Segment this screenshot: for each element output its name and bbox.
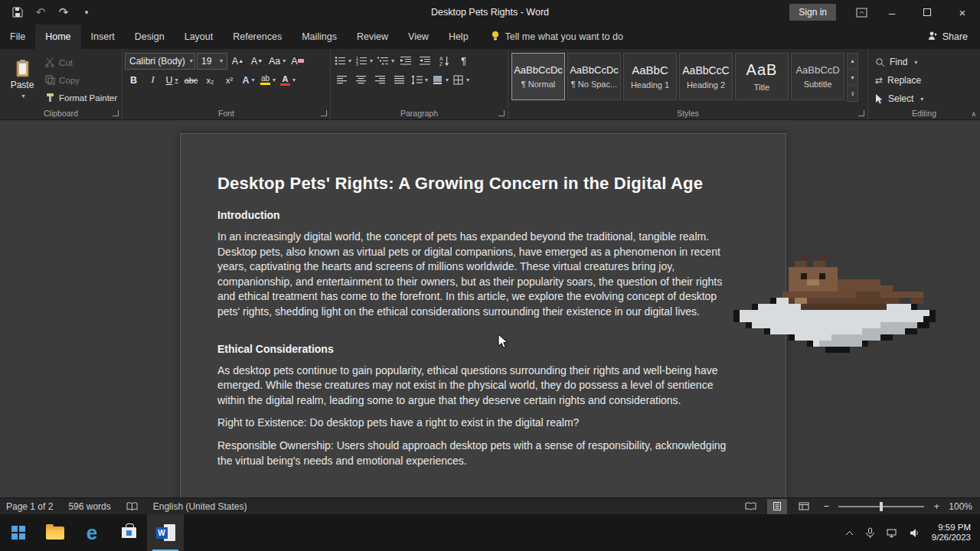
network-icon[interactable] <box>887 528 898 538</box>
change-case-button[interactable]: Aa <box>267 53 287 70</box>
zoom-slider-thumb[interactable] <box>880 502 883 511</box>
read-mode-icon[interactable] <box>740 499 760 514</box>
volume-icon[interactable] <box>910 528 920 538</box>
tab-references[interactable]: References <box>223 24 292 49</box>
grow-font-button[interactable]: A▲ <box>229 53 247 70</box>
format-painter-button[interactable]: Format Painter <box>45 90 117 106</box>
taskbar-store[interactable] <box>110 514 147 551</box>
tab-design[interactable]: Design <box>125 24 175 49</box>
word-icon: W <box>156 524 175 542</box>
text-effects-button[interactable]: A <box>240 72 257 89</box>
show-formatting-marks-button[interactable]: ¶ <box>455 53 472 70</box>
desktop-pet-cat[interactable] <box>733 255 936 353</box>
replace-button[interactable]: ⇄ Replace <box>875 72 973 89</box>
underline-button[interactable]: U <box>163 72 181 89</box>
document-page[interactable]: Desktop Pets' Rights: A Growing Concern … <box>180 133 786 497</box>
share-button[interactable]: Share <box>928 31 980 43</box>
microphone-icon[interactable] <box>865 527 875 539</box>
language-indicator[interactable]: English (United States) <box>153 501 247 512</box>
svg-text:3: 3 <box>356 62 358 66</box>
style-no-spacing[interactable]: AaBbCcDc ¶ No Spac... <box>567 53 621 100</box>
tab-layout[interactable]: Layout <box>175 24 224 49</box>
subscript-button[interactable]: x₂ <box>201 72 219 89</box>
undo-icon[interactable]: ↶ <box>31 2 51 22</box>
decrease-indent-icon[interactable] <box>397 53 415 70</box>
close-button[interactable]: × <box>945 0 980 24</box>
italic-button[interactable]: I <box>144 72 162 89</box>
cut-button[interactable]: Cut <box>45 54 117 70</box>
styles-gallery-more-icon[interactable]: ⊽ <box>847 86 858 102</box>
sort-icon[interactable]: AZ <box>436 53 453 70</box>
bullets-icon[interactable] <box>333 53 353 70</box>
font-family-combobox[interactable]: Calibri (Body) <box>125 53 195 70</box>
taskbar-file-explorer[interactable] <box>37 514 74 551</box>
superscript-button[interactable]: x² <box>220 72 238 89</box>
save-icon[interactable] <box>8 2 28 22</box>
hidden-icons-chevron-icon[interactable] <box>845 530 854 536</box>
align-left-icon[interactable] <box>333 72 351 89</box>
tab-help[interactable]: Help <box>439 24 479 49</box>
print-layout-icon[interactable] <box>767 499 787 514</box>
tab-insert[interactable]: Insert <box>81 24 125 49</box>
numbering-icon[interactable]: 123 <box>354 53 374 70</box>
style-normal[interactable]: AaBbCcDc ¶ Normal <box>511 53 565 100</box>
sign-in-button[interactable]: Sign in <box>789 4 836 21</box>
styles-scroll-down-icon[interactable]: ▼ <box>847 70 858 86</box>
align-right-icon[interactable] <box>371 72 389 89</box>
clipboard-group-label: Clipboard <box>0 109 122 118</box>
collapse-ribbon-icon[interactable]: ∧ <box>971 110 976 118</box>
zoom-in-button[interactable]: + <box>931 500 942 512</box>
find-button[interactable]: Find <box>875 54 973 70</box>
shading-icon[interactable] <box>431 72 450 89</box>
increase-indent-icon[interactable] <box>416 53 434 70</box>
customize-quick-access-icon[interactable]: ▾ <box>77 2 96 22</box>
style-subtitle[interactable]: AaBbCcD Subtitle <box>791 53 844 100</box>
tell-me-box[interactable]: Tell me what you want to do <box>491 31 623 44</box>
zoom-level[interactable]: 100% <box>949 501 972 512</box>
zoom-slider[interactable] <box>838 506 924 507</box>
strikethrough-button[interactable]: abc <box>182 72 200 89</box>
font-size-combobox[interactable]: 19 <box>197 53 227 70</box>
word-count[interactable]: 596 words <box>68 501 110 512</box>
tab-file[interactable]: File <box>0 24 35 49</box>
paragraph-dialog-launcher[interactable] <box>498 110 505 116</box>
align-center-icon[interactable] <box>352 72 370 89</box>
styles-dialog-launcher[interactable] <box>858 110 864 116</box>
web-layout-icon[interactable] <box>794 499 814 514</box>
borders-icon[interactable] <box>452 72 471 89</box>
start-button[interactable] <box>0 514 37 551</box>
redo-icon[interactable]: ↷ <box>54 2 74 22</box>
style-heading-2[interactable]: AaBbCcC Heading 2 <box>679 53 733 100</box>
tab-home[interactable]: Home <box>35 24 80 49</box>
tab-view[interactable]: View <box>398 24 439 49</box>
minimize-button[interactable]: – <box>874 0 910 24</box>
tab-review[interactable]: Review <box>347 24 398 49</box>
style-title[interactable]: AaB Title <box>735 53 789 100</box>
font-dialog-launcher[interactable] <box>321 110 327 116</box>
font-color-button[interactable]: A <box>279 72 297 89</box>
proofing-errors-icon[interactable] <box>126 502 138 511</box>
taskbar-edge[interactable]: e <box>74 514 110 551</box>
taskbar-word[interactable]: W <box>147 514 184 551</box>
page-indicator[interactable]: Page 1 of 2 <box>6 501 53 512</box>
styles-scroll-up-icon[interactable]: ▲ <box>847 53 858 69</box>
select-button[interactable]: Select <box>875 90 973 107</box>
copy-button[interactable]: Copy <box>45 72 117 88</box>
line-spacing-icon[interactable] <box>410 72 430 89</box>
clipboard-dialog-launcher[interactable] <box>113 110 119 116</box>
multilevel-list-icon[interactable] <box>376 53 396 70</box>
justify-icon[interactable] <box>390 72 408 89</box>
text-highlight-button[interactable]: ab <box>259 72 277 89</box>
maximize-button[interactable] <box>910 0 945 24</box>
titlebar-right: Sign in – × <box>789 0 980 24</box>
paste-button[interactable]: Paste <box>4 53 41 105</box>
ribbon-display-options-icon[interactable] <box>848 2 874 22</box>
taskbar-clock[interactable]: 9:59 PM 9/26/2023 <box>932 523 971 543</box>
tab-mailings[interactable]: Mailings <box>292 24 347 49</box>
font-group: Calibri (Body) 19 A▲ A▼ Aa A B I U abc x… <box>122 49 331 119</box>
zoom-out-button[interactable]: − <box>821 500 831 512</box>
style-heading-1[interactable]: AaBbC Heading 1 <box>623 53 677 100</box>
bold-button[interactable]: B <box>125 72 142 89</box>
shrink-font-button[interactable]: A▼ <box>248 53 266 70</box>
clear-formatting-button[interactable]: A <box>289 53 306 70</box>
